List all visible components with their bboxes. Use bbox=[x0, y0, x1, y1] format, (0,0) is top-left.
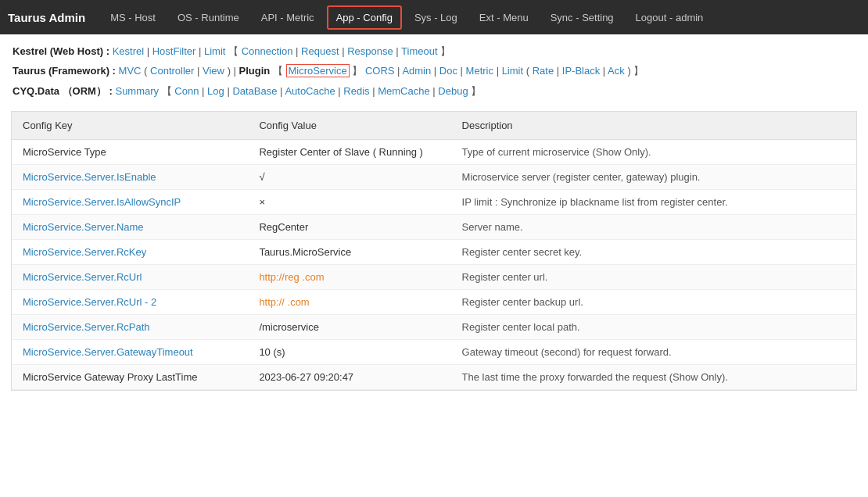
nav-ext-menu[interactable]: Ext - Menu bbox=[470, 5, 538, 30]
plugin-label: Plugin bbox=[239, 65, 271, 77]
cell-value: /microservice bbox=[248, 315, 450, 340]
cell-value: 2023-06-27 09:20:47 bbox=[248, 365, 450, 390]
cell-value: Register Center of Slave ( Running ) bbox=[248, 140, 450, 165]
taurus-label: Taurus (Framework) : bbox=[13, 65, 116, 77]
link-controller[interactable]: Controller bbox=[150, 65, 194, 77]
link-ipblack[interactable]: IP-Black bbox=[562, 65, 600, 77]
cyqdata-label: CYQ.Data （ORM） : bbox=[13, 85, 113, 97]
cell-key: MicroService.Server.RcKey bbox=[12, 240, 248, 265]
link-hostfilter[interactable]: HostFilter bbox=[152, 45, 196, 57]
cell-desc: Type of current microservice (Show Only)… bbox=[451, 140, 856, 165]
main-nav: Taurus Admin MS - Host OS - Runtime API … bbox=[0, 0, 868, 34]
table-header-row: Config Key Config Value Description bbox=[12, 112, 856, 140]
breadcrumb-taurus: Taurus (Framework) : MVC ( Controller | … bbox=[13, 62, 855, 80]
link-connection[interactable]: Connection bbox=[242, 45, 293, 57]
nav-logout[interactable]: Logout - admin bbox=[626, 5, 713, 30]
cell-desc: Register center url. bbox=[451, 265, 856, 290]
link-database[interactable]: DataBase bbox=[232, 85, 277, 97]
link-memcache[interactable]: MemCache bbox=[378, 85, 429, 97]
brand-title: Taurus Admin bbox=[8, 11, 85, 24]
link-redis[interactable]: Redis bbox=[343, 85, 369, 97]
link-autocache[interactable]: AutoCache bbox=[285, 85, 335, 97]
col-header-key: Config Key bbox=[12, 112, 248, 140]
cell-key: MicroService.Server.RcPath bbox=[12, 315, 248, 340]
cell-key: MicroService.Server.IsEnable bbox=[12, 165, 248, 190]
link-admin[interactable]: Admin bbox=[402, 65, 431, 77]
cell-value: 10 (s) bbox=[248, 340, 450, 365]
link-metric[interactable]: Metric bbox=[466, 65, 493, 77]
link-doc[interactable]: Doc bbox=[439, 65, 457, 77]
nav-sync-setting[interactable]: Sync - Setting bbox=[541, 5, 623, 30]
link-mvc[interactable]: MVC bbox=[119, 65, 142, 77]
table-row: MicroService.Server.RcPath/microserviceR… bbox=[12, 315, 856, 340]
cell-desc: Server name. bbox=[451, 215, 856, 240]
cell-key: MicroService.Server.IsAllowSyncIP bbox=[12, 190, 248, 215]
link-timeout[interactable]: Timeout bbox=[401, 45, 437, 57]
cell-key: MicroService.Server.RcUrl - 2 bbox=[12, 290, 248, 315]
table-row: MicroService.Server.IsAllowSyncIP×IP lim… bbox=[12, 190, 856, 215]
cell-value: × bbox=[248, 190, 450, 215]
nav-sys-log[interactable]: Sys - Log bbox=[405, 5, 467, 30]
cell-desc: Register center backup url. bbox=[451, 290, 856, 315]
table-row: MicroService.Server.RcKeyTaurus.MicroSer… bbox=[12, 240, 856, 265]
nav-app-config[interactable]: App - Config bbox=[327, 5, 402, 30]
link-rate[interactable]: Rate bbox=[533, 65, 554, 77]
table-row: MicroService Gateway Proxy LastTime2023-… bbox=[12, 365, 856, 390]
config-table-container: Config Key Config Value Description Micr… bbox=[11, 111, 857, 391]
nav-ms-host[interactable]: MS - Host bbox=[101, 5, 165, 30]
cell-key: MicroService Type bbox=[12, 140, 248, 165]
table-row: MicroService TypeRegister Center of Slav… bbox=[12, 140, 856, 165]
link-request[interactable]: Request bbox=[301, 45, 339, 57]
link-log[interactable]: Log bbox=[207, 85, 224, 97]
kestrel-label: Kestrel (Web Host) : bbox=[13, 45, 109, 57]
table-row: MicroService.Server.RcUrl - 2http:// .co… bbox=[12, 290, 856, 315]
config-table: Config Key Config Value Description Micr… bbox=[12, 112, 856, 390]
cell-value: Taurus.MicroService bbox=[248, 240, 450, 265]
breadcrumb-cyqdata: CYQ.Data （ORM） : Summary 【 Conn | Log | … bbox=[13, 82, 855, 100]
table-row: MicroService.Server.IsEnable√Microservic… bbox=[12, 165, 856, 190]
link-summary[interactable]: Summary bbox=[115, 85, 159, 97]
cell-desc: IP limit : Synchronize ip blackname list… bbox=[451, 190, 856, 215]
cell-desc: Register center local path. bbox=[451, 315, 856, 340]
breadcrumb-area: Kestrel (Web Host) : Kestrel | HostFilte… bbox=[0, 34, 868, 105]
col-header-desc: Description bbox=[451, 112, 856, 140]
cell-desc: Gateway timeout (second) for request for… bbox=[451, 340, 856, 365]
link-limit-taurus[interactable]: Limit bbox=[502, 65, 523, 77]
cell-value: √ bbox=[248, 165, 450, 190]
cell-key: MicroService.Server.RcUrl bbox=[12, 265, 248, 290]
cell-value: http:// .com bbox=[248, 290, 450, 315]
cell-key: MicroService Gateway Proxy LastTime bbox=[12, 365, 248, 390]
nav-os-runtime[interactable]: OS - Runtime bbox=[168, 5, 249, 30]
table-row: MicroService.Server.NameRegCenterServer … bbox=[12, 215, 856, 240]
table-row: MicroService.Server.GatewayTimeout10 (s)… bbox=[12, 340, 856, 365]
breadcrumb-kestrel: Kestrel (Web Host) : Kestrel | HostFilte… bbox=[13, 42, 855, 60]
link-response[interactable]: Response bbox=[347, 45, 393, 57]
col-header-value: Config Value bbox=[248, 112, 450, 140]
link-conn[interactable]: Conn bbox=[174, 85, 199, 97]
table-row: MicroService.Server.RcUrlhttp://reg .com… bbox=[12, 265, 856, 290]
nav-api-metric[interactable]: API - Metric bbox=[252, 5, 324, 30]
cell-desc: Microservice server (register center, ga… bbox=[451, 165, 856, 190]
link-ack[interactable]: Ack bbox=[608, 65, 625, 77]
link-microservice[interactable]: MicroService bbox=[286, 64, 350, 77]
link-limit-kestrel[interactable]: Limit bbox=[204, 45, 225, 57]
nav-items: MS - Host OS - Runtime API - Metric App … bbox=[101, 5, 712, 30]
link-view[interactable]: View bbox=[203, 65, 224, 77]
cell-desc: Register center secret key. bbox=[451, 240, 856, 265]
link-kestrel[interactable]: Kestrel bbox=[113, 45, 144, 57]
link-cors[interactable]: CORS bbox=[365, 65, 395, 77]
cell-desc: The last time the proxy forwarded the re… bbox=[451, 365, 856, 390]
cell-value: http://reg .com bbox=[248, 265, 450, 290]
cell-value: RegCenter bbox=[248, 215, 450, 240]
cell-key: MicroService.Server.Name bbox=[12, 215, 248, 240]
link-debug[interactable]: Debug bbox=[438, 85, 468, 97]
cell-key: MicroService.Server.GatewayTimeout bbox=[12, 340, 248, 365]
